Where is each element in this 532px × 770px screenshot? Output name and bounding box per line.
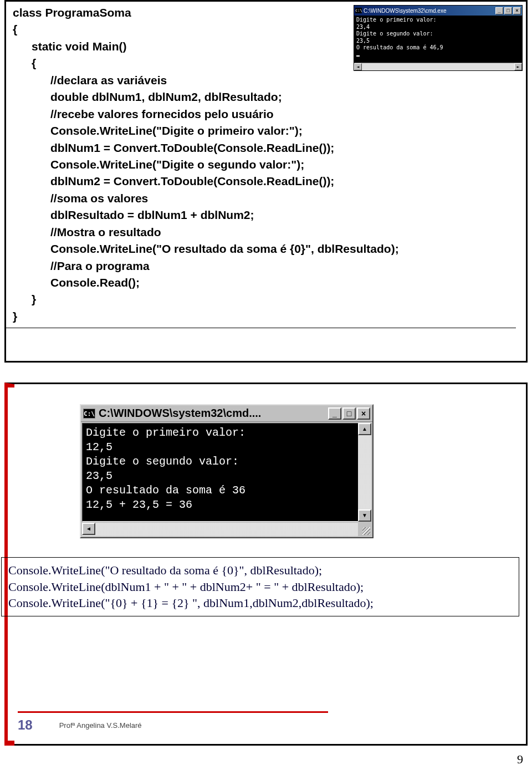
maximize-button[interactable]: □ (504, 7, 512, 14)
cmd-icon: c:\ (355, 8, 362, 13)
scroll-right-button[interactable]: ► (514, 63, 522, 70)
code-line: } (13, 291, 509, 308)
resize-grip-icon[interactable] (358, 523, 371, 536)
slide-footer: 18 Profª Angelina V.S.Melaré (18, 717, 142, 733)
cmd-window-small: c:\ C:\WINDOWS\system32\cmd.exe _ □ × Di… (354, 5, 523, 71)
code-line: dblNum2 = Convert.ToDouble(Console.ReadL… (13, 173, 509, 190)
code-line: dblResultado = dblNum1 + dblNum2; (13, 207, 509, 223)
vertical-scrollbar[interactable]: ▲ ▼ (358, 423, 371, 522)
horizontal-scrollbar[interactable]: ◄ ► (354, 63, 522, 70)
code-line: Console.WriteLine("O resultado da soma é… (8, 562, 512, 579)
window-title: C:\WINDOWS\system32\cmd.exe (364, 8, 446, 14)
code-snippet-box: Console.WriteLine("O resultado da soma é… (1, 557, 519, 616)
minimize-button[interactable]: _ (495, 7, 503, 14)
code-line: } (13, 310, 17, 323)
code-line: //declara as variáveis (13, 72, 509, 89)
author-credit: Profª Angelina V.S.Melaré (59, 721, 142, 730)
code-line: Console.WriteLine("Digite o primeiro val… (13, 123, 509, 139)
code-line: class ProgramaSoma (13, 6, 131, 19)
cursor-icon (356, 55, 360, 57)
maximize-button[interactable]: □ (342, 407, 356, 420)
code-line: //Mostra o resultado (13, 224, 509, 241)
cmd-icon: C:\ (83, 409, 95, 419)
divider-bar (18, 711, 328, 713)
page-number: 9 (517, 752, 523, 767)
scroll-track[interactable] (362, 63, 514, 70)
slide-2: C:\ C:\WINDOWS\system32\cmd.... _ □ × Di… (4, 383, 528, 746)
minimize-button[interactable]: _ (328, 407, 341, 420)
code-line: dblNum1 = Convert.ToDouble(Console.ReadL… (13, 140, 509, 156)
code-line: Console.WriteLine("Digite o segundo valo… (13, 156, 509, 173)
close-button[interactable]: × (357, 407, 370, 420)
cmd-window-large: C:\ C:\WINDOWS\system32\cmd.... _ □ × Di… (80, 404, 374, 538)
console-output: Digite o primeiro valor: 12,5 Digite o s… (82, 423, 371, 522)
horizontal-scrollbar[interactable]: ◄ ► (82, 523, 371, 536)
console-output: Digite o primeiro valor: 23,4 Digite o s… (354, 16, 522, 63)
titlebar[interactable]: C:\ C:\WINDOWS\system32\cmd.... _ □ × (81, 405, 372, 422)
scroll-down-button[interactable]: ▼ (358, 509, 371, 522)
window-title: C:\WINDOWS\system32\cmd.... (99, 407, 261, 420)
code-line: Console.WriteLine("O resultado da soma é… (13, 241, 509, 257)
code-line: //Para o programa (13, 258, 509, 274)
close-button[interactable]: × (513, 7, 521, 14)
code-line: double dblNum1, dblNum2, dblResultado; (13, 89, 509, 105)
scroll-up-button[interactable]: ▲ (358, 423, 371, 435)
slide-1: class ProgramaSoma { static void Main() … (4, 0, 528, 363)
code-line: Console.WriteLine("{0} + {1} = {2} ", db… (8, 595, 512, 611)
slide-number: 18 (18, 717, 33, 733)
code-line: Console.WriteLine(dblNum1 + " + " + dblN… (8, 579, 512, 595)
code-line: { (13, 23, 17, 35)
titlebar[interactable]: c:\ C:\WINDOWS\system32\cmd.exe _ □ × (354, 6, 522, 16)
scroll-left-button[interactable]: ◄ (354, 63, 362, 70)
code-line: //soma os valores (13, 190, 509, 207)
code-line: Console.Read(); (13, 274, 509, 291)
code-line: //recebe valores fornecidos pelo usuário (13, 106, 509, 123)
scroll-left-button[interactable]: ◄ (82, 523, 95, 535)
